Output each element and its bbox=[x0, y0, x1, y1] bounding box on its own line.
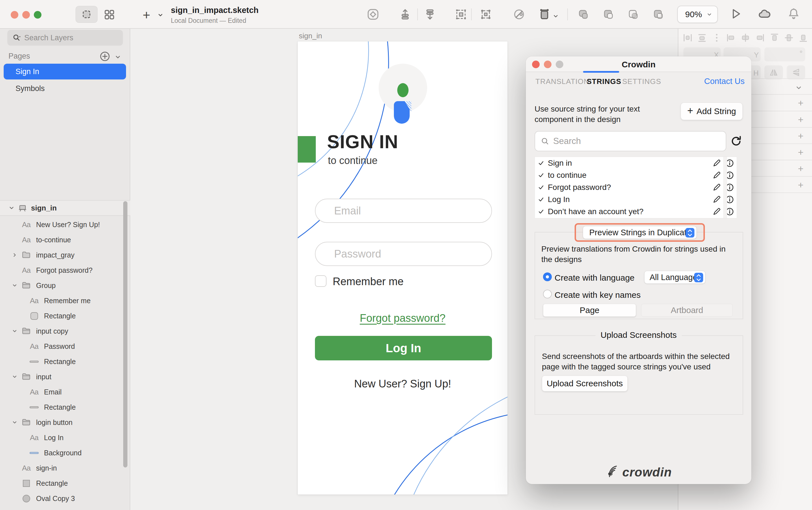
layer-row-group[interactable]: Group bbox=[0, 278, 126, 293]
layer-row-text[interactable]: New User? Sign Up! bbox=[0, 217, 126, 232]
boolean-subtract-button[interactable] bbox=[601, 7, 615, 22]
layer-row-group[interactable]: input copy bbox=[0, 324, 126, 339]
zoom-level-select[interactable]: 90% bbox=[677, 6, 718, 23]
edit-pencil-icon[interactable] bbox=[713, 159, 721, 168]
align-center-horizontal-icon[interactable] bbox=[740, 32, 751, 43]
align-top-icon[interactable] bbox=[769, 32, 780, 43]
layer-row-shape[interactable]: Background bbox=[0, 445, 126, 460]
close-window-button[interactable] bbox=[11, 11, 18, 19]
log-in-button[interactable]: Log In bbox=[315, 336, 492, 360]
zoom-window-button[interactable] bbox=[34, 11, 41, 19]
insert-symbol-button[interactable] bbox=[366, 7, 380, 22]
create-with-key-names-radio[interactable] bbox=[543, 290, 552, 298]
add-style-button[interactable]: + bbox=[798, 97, 804, 109]
layer-row-text[interactable]: Email bbox=[0, 384, 126, 399]
resize-chevron-icon[interactable] bbox=[552, 12, 559, 20]
section-collapse-chevron-icon[interactable] bbox=[794, 83, 803, 92]
resize-constraints-button[interactable] bbox=[538, 7, 551, 22]
upload-screenshots-button[interactable]: Upload Screenshots bbox=[542, 376, 628, 391]
email-field[interactable]: Email bbox=[315, 199, 492, 223]
tab-translation[interactable]: TRANSLATION bbox=[535, 77, 589, 86]
flip-horizontal-button[interactable] bbox=[764, 65, 783, 80]
chevron-down-icon[interactable] bbox=[8, 204, 15, 212]
password-field[interactable]: Password bbox=[315, 242, 492, 266]
layer-row-shape[interactable]: Rectangle bbox=[0, 354, 126, 369]
layer-row-group[interactable]: impact_gray bbox=[0, 247, 126, 263]
tab-strings[interactable]: STRINGS bbox=[587, 77, 621, 86]
edit-shape-button[interactable] bbox=[512, 7, 526, 22]
string-row[interactable]: Don’t have an account yet? bbox=[535, 205, 737, 217]
sidebar-page-symbols[interactable]: Symbols bbox=[4, 81, 126, 96]
flip-vertical-button[interactable] bbox=[787, 65, 805, 80]
send-backward-button[interactable] bbox=[423, 7, 437, 22]
align-right-icon[interactable] bbox=[754, 32, 765, 43]
notifications-bell-icon[interactable] bbox=[787, 7, 801, 21]
chevron-down-icon[interactable] bbox=[11, 328, 18, 334]
edit-pencil-icon[interactable] bbox=[713, 183, 721, 191]
group-button[interactable] bbox=[454, 7, 468, 22]
add-effect-button[interactable]: + bbox=[798, 179, 804, 190]
string-row[interactable]: Sign in bbox=[535, 157, 737, 169]
edit-pencil-icon[interactable] bbox=[713, 207, 721, 216]
collapse-pages-icon[interactable] bbox=[114, 53, 122, 61]
edit-pencil-icon[interactable] bbox=[713, 195, 721, 204]
layer-row-artboard[interactable]: sign_in bbox=[0, 200, 130, 216]
canvas-view-toggle[interactable] bbox=[76, 6, 97, 23]
sign-up-link[interactable]: New User? Sign Up! bbox=[298, 378, 508, 390]
sign-in-artboard[interactable]: SIGN IN to continue Email Password Remem… bbox=[298, 41, 508, 494]
strings-search-input[interactable]: Search bbox=[534, 131, 726, 151]
boolean-difference-button[interactable] bbox=[651, 7, 665, 22]
preview-play-button[interactable] bbox=[729, 7, 743, 21]
sidebar-page-sign-in[interactable]: Sign In bbox=[4, 64, 126, 80]
tab-settings[interactable]: SETTINGS bbox=[622, 77, 661, 86]
add-border-button[interactable]: + bbox=[798, 130, 804, 142]
artboard-title-label[interactable]: sign_in bbox=[299, 32, 322, 40]
remember-me-checkbox[interactable] bbox=[315, 275, 326, 287]
layer-row-text[interactable]: Log In bbox=[0, 430, 126, 445]
more-options-icon[interactable] bbox=[712, 32, 722, 43]
language-select[interactable]: All Languages bbox=[644, 271, 705, 284]
layer-row-shape[interactable]: Rectangle bbox=[0, 476, 126, 491]
add-blur-button[interactable]: + bbox=[798, 163, 804, 174]
search-layers-input[interactable]: Search Layers bbox=[7, 30, 123, 46]
string-row[interactable]: Log In bbox=[535, 193, 737, 205]
minimize-window-button[interactable] bbox=[22, 11, 30, 19]
grid-view-toggle[interactable] bbox=[103, 8, 116, 21]
string-row[interactable]: to continue bbox=[535, 169, 737, 181]
insert-button[interactable]: + bbox=[143, 7, 150, 23]
distribute-horizontally-icon[interactable] bbox=[682, 32, 693, 43]
layer-row-shape[interactable]: Rectangle bbox=[0, 308, 126, 324]
align-left-icon[interactable] bbox=[726, 32, 736, 43]
contact-us-link[interactable]: Contact Us bbox=[704, 77, 745, 86]
layer-row-group[interactable]: login button bbox=[0, 415, 126, 430]
add-string-button[interactable]: + Add String bbox=[680, 102, 743, 120]
forgot-password-link[interactable]: Forgot password? bbox=[298, 312, 508, 324]
add-shadow-button[interactable]: + bbox=[798, 147, 804, 158]
chevron-down-icon[interactable] bbox=[11, 373, 18, 380]
chevron-right-icon[interactable] bbox=[11, 251, 18, 259]
layer-row-shape[interactable]: Oval Copy 3 bbox=[0, 491, 126, 506]
refresh-icon[interactable] bbox=[730, 135, 743, 148]
chevron-down-icon[interactable] bbox=[11, 419, 18, 426]
align-bottom-icon[interactable] bbox=[798, 32, 809, 43]
create-with-language-radio[interactable] bbox=[543, 272, 552, 281]
distribute-vertically-icon[interactable] bbox=[697, 32, 707, 43]
strings-list-scrollbar[interactable] bbox=[723, 157, 727, 218]
boolean-union-button[interactable] bbox=[576, 7, 590, 22]
cloud-sync-icon[interactable] bbox=[757, 7, 772, 22]
page-button[interactable]: Page bbox=[543, 304, 636, 317]
add-page-icon[interactable] bbox=[99, 51, 111, 62]
layer-row-shape[interactable]: Rectangle bbox=[0, 399, 126, 415]
layer-row-text[interactable]: Forgot password? bbox=[0, 263, 126, 278]
bring-forward-button[interactable] bbox=[398, 7, 412, 22]
sidebar-scrollbar[interactable] bbox=[123, 201, 127, 468]
artboard-button[interactable]: Artboard bbox=[641, 304, 733, 317]
layer-row-text[interactable]: Password bbox=[0, 339, 126, 354]
string-row[interactable]: Forgot password? bbox=[535, 181, 737, 193]
layer-row-group[interactable]: input bbox=[0, 369, 126, 384]
layer-row-text[interactable]: sign-in bbox=[0, 460, 126, 476]
preview-strings-select[interactable]: Preview Strings in Duplicate bbox=[583, 226, 697, 239]
edit-pencil-icon[interactable] bbox=[713, 171, 721, 179]
align-middle-vertical-icon[interactable] bbox=[784, 32, 794, 43]
layer-row-text[interactable]: to-continue bbox=[0, 232, 126, 247]
